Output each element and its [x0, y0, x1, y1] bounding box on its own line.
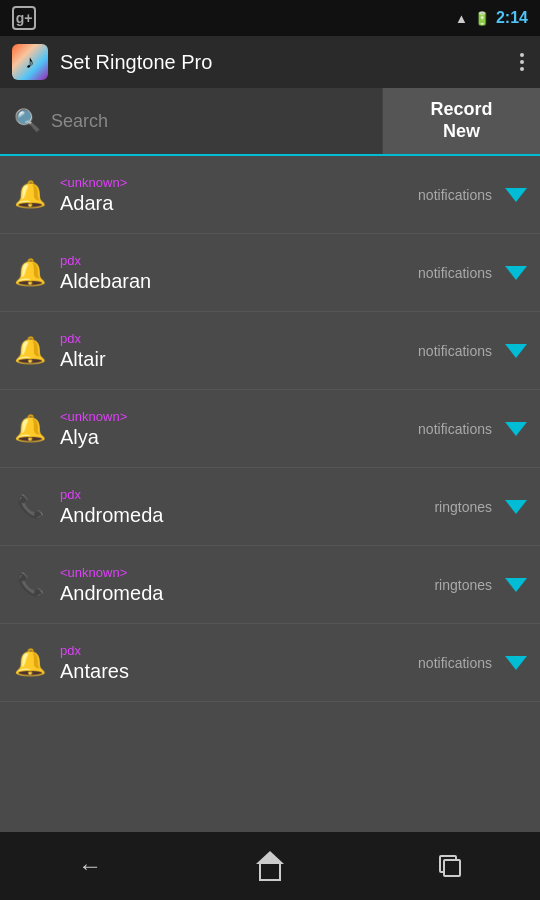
search-section: 🔍 [0, 88, 382, 154]
expand-arrow-button[interactable] [492, 468, 540, 545]
item-info: pdxAldebaran [60, 253, 410, 293]
record-new-button[interactable]: RecordNew [382, 88, 540, 154]
chevron-down-icon [505, 422, 527, 436]
recent-apps-icon [439, 855, 461, 877]
item-name: Adara [60, 192, 410, 215]
expand-arrow-button[interactable] [492, 390, 540, 467]
bell-icon: 🔔 [10, 409, 50, 449]
item-category: notifications [418, 187, 492, 203]
phone-icon: 📞 [10, 565, 50, 605]
item-source: <unknown> [60, 409, 410, 424]
bell-icon: 🔔 [10, 253, 50, 293]
chevron-down-icon [505, 656, 527, 670]
search-input[interactable] [51, 111, 368, 132]
dot [520, 67, 524, 71]
bell-icon: 🔔 [10, 643, 50, 683]
list-item[interactable]: 📞pdxAndromedaringtones [0, 468, 540, 546]
search-icon: 🔍 [14, 108, 41, 134]
item-name: Altair [60, 348, 410, 371]
expand-arrow-button[interactable] [492, 234, 540, 311]
battery-icon: 🔋 [474, 11, 490, 26]
item-info: pdxAndromeda [60, 487, 426, 527]
expand-arrow-button[interactable] [492, 546, 540, 623]
chevron-down-icon [505, 578, 527, 592]
recent-apps-button[interactable] [420, 846, 480, 886]
app-title: Set Ringtone Pro [60, 51, 516, 74]
phone-icon: 📞 [10, 487, 50, 527]
app-icon: ♪ [12, 44, 48, 80]
item-category: ringtones [434, 577, 492, 593]
item-name: Andromeda [60, 582, 426, 605]
item-name: Alya [60, 426, 410, 449]
item-source: pdx [60, 253, 410, 268]
action-bar: 🔍 RecordNew [0, 88, 540, 156]
item-source: <unknown> [60, 175, 410, 190]
item-category: notifications [418, 421, 492, 437]
chevron-down-icon [505, 266, 527, 280]
list-item[interactable]: 🔔pdxAntaresnotifications [0, 624, 540, 702]
item-info: <unknown>Adara [60, 175, 410, 215]
expand-arrow-button[interactable] [492, 312, 540, 389]
back-icon: ← [78, 852, 102, 880]
record-new-label: RecordNew [430, 99, 492, 142]
overflow-menu-button[interactable] [516, 49, 528, 75]
item-category: notifications [418, 265, 492, 281]
home-button[interactable] [240, 846, 300, 886]
time-display: 2:14 [496, 9, 528, 27]
item-source: pdx [60, 331, 410, 346]
home-body-icon [259, 864, 281, 881]
status-right: ▲ 🔋 2:14 [455, 9, 528, 27]
list-item[interactable]: 📞<unknown>Andromedaringtones [0, 546, 540, 624]
item-category: notifications [418, 655, 492, 671]
ringtone-list: 🔔<unknown>Adaranotifications🔔pdxAldebara… [0, 156, 540, 832]
dot [520, 60, 524, 64]
title-bar: ♪ Set Ringtone Pro [0, 36, 540, 88]
item-source: pdx [60, 643, 410, 658]
home-roof-icon [256, 851, 284, 864]
item-info: <unknown>Andromeda [60, 565, 426, 605]
item-category: ringtones [434, 499, 492, 515]
back-button[interactable]: ← [60, 846, 120, 886]
bottom-navigation: ← [0, 832, 540, 900]
expand-arrow-button[interactable] [492, 156, 540, 233]
item-category: notifications [418, 343, 492, 359]
signal-icon: ▲ [455, 11, 468, 26]
list-item[interactable]: 🔔<unknown>Alyanotifications [0, 390, 540, 468]
item-source: pdx [60, 487, 426, 502]
dot [520, 53, 524, 57]
list-item[interactable]: 🔔pdxAldebarannotifications [0, 234, 540, 312]
list-item[interactable]: 🔔<unknown>Adaranotifications [0, 156, 540, 234]
item-info: pdxAltair [60, 331, 410, 371]
item-name: Andromeda [60, 504, 426, 527]
item-info: <unknown>Alya [60, 409, 410, 449]
chevron-down-icon [505, 500, 527, 514]
bell-icon: 🔔 [10, 175, 50, 215]
status-bar: g+ ▲ 🔋 2:14 [0, 0, 540, 36]
status-left: g+ [12, 6, 36, 30]
chevron-down-icon [505, 344, 527, 358]
expand-arrow-button[interactable] [492, 624, 540, 701]
list-item[interactable]: 🔔pdxAltairnotifications [0, 312, 540, 390]
item-source: <unknown> [60, 565, 426, 580]
item-name: Aldebaran [60, 270, 410, 293]
chevron-down-icon [505, 188, 527, 202]
item-info: pdxAntares [60, 643, 410, 683]
google-plus-icon: g+ [12, 6, 36, 30]
item-name: Antares [60, 660, 410, 683]
bell-icon: 🔔 [10, 331, 50, 371]
